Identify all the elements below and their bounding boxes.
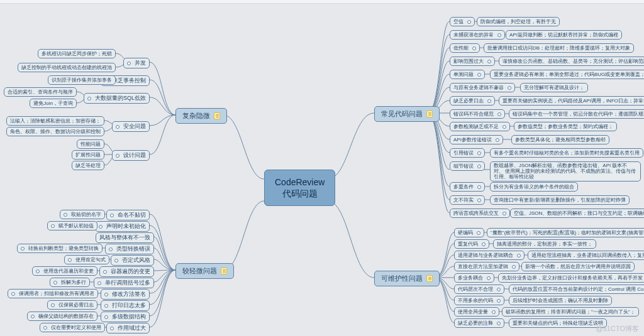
leaf-m10[interactable]: 仅在需要时定义和使用	[40, 323, 105, 332]
label: 安全问题	[123, 122, 146, 131]
common-r15a[interactable]: 跨语言或跨系统交互	[450, 209, 510, 218]
label: 不用多余的代码	[458, 297, 493, 304]
leaf-d3[interactable]: 缺乏等处理	[72, 161, 104, 170]
label: 命名不贴切	[118, 211, 146, 219]
dot-icon	[11, 292, 15, 296]
sub-style[interactable]: 风格与整体有不一致	[96, 232, 154, 243]
label: 合适的索引、查询条件与顺序	[8, 89, 73, 95]
cat-common[interactable]: 常见代码问题	[374, 106, 440, 122]
sub-scope[interactable]: 作用域过大	[106, 323, 150, 333]
common-r11a[interactable]: 引用错误	[450, 148, 485, 158]
common-r6a[interactable]: 与原有业务逻辑不兼容	[450, 83, 515, 92]
leaf-c1[interactable]: 多线程访问缺乏同步保护；死锁	[38, 49, 116, 58]
leaf-m7[interactable]: 保调用者；扫描和修改所有调用者	[8, 289, 98, 298]
maint-v7b[interactable]: 后续维护时会造成困惑；确认不用及时删除	[509, 296, 612, 305]
common-r8b[interactable]: 错误码集中在一个类管理，切忌分散在代码中；遵循团队规范	[509, 109, 644, 119]
label: 直接在原方法里加逻辑	[458, 263, 508, 270]
cat-minor[interactable]: 较轻微问题	[175, 263, 234, 279]
common-r3b[interactable]: 批量调用接口或访问DB；处理超时；降维多重循环；复用大对象	[484, 43, 634, 53]
common-r13a[interactable]: 多重条件	[450, 182, 485, 192]
note-icon	[426, 111, 433, 117]
common-r2a[interactable]: 未捕获潜在的异常	[450, 30, 505, 40]
common-r13b[interactable]: 拆分为有业务语义的单个条件的组合	[490, 182, 578, 192]
maint-v9b[interactable]: 重要和关键点的代码；特殊处理缺乏说明	[509, 318, 607, 328]
common-r1b[interactable]: 防御式编程，判空处理，有胜于无	[477, 17, 560, 26]
common-r5b[interactable]: 重要业务逻辑必有单测；单测全部通过；代码BUG或变更单测覆盖；增加异常单测	[490, 70, 644, 79]
common-r14b[interactable]: 查询接口中有更新/新增甚至删除操作，引发故障的定时炸弹	[490, 195, 630, 205]
common-r3a[interactable]: 低性能	[450, 43, 480, 53]
leaf-m1[interactable]: 取贴切的名字	[60, 210, 105, 219]
common-r10b[interactable]: 参数类型具体化；避免相同类型参数相邻	[511, 135, 609, 144]
maint-v3a[interactable]: 通用逻辑与业务逻辑耦合	[454, 251, 525, 260]
common-r12a[interactable]: 细节错误	[450, 161, 485, 171]
sub-typecv[interactable]: 类型转换错误	[105, 244, 154, 254]
maint-v1b[interactable]: "魔数"(枚举替代)；写死的配置(配置项)；临时加的逻辑和文案(抽离管理)	[487, 228, 644, 237]
sub-line[interactable]: 单行调用括号过多	[94, 278, 154, 288]
common-r6b[interactable]: 充分理解可有逻辑及设计；	[520, 83, 588, 92]
common-r5a[interactable]: 单测问题	[450, 70, 485, 79]
center-node[interactable]: CodeReview 代码问题	[264, 170, 335, 206]
maint-v1a[interactable]: 硬编码	[454, 228, 484, 237]
sub-dup[interactable]: 多级数据结构	[101, 312, 150, 322]
leaf-d1[interactable]: 性能问题	[77, 139, 104, 149]
maint-v2b[interactable]: 抽离通用的部分，定制差异；事实一致性；	[493, 239, 596, 249]
common-r4a[interactable]: 影响范围过大	[450, 57, 495, 66]
sub-design[interactable]: 设计问题	[112, 150, 150, 161]
leaf-d2[interactable]: 扩展性问题	[72, 150, 104, 160]
cat-maintain[interactable]: 可维护性问题	[374, 271, 440, 286]
sub-init[interactable]: 声明时未初始化	[95, 221, 150, 232]
leaf-sf1[interactable]: 法输入；清除敏感私密信息；加密存储；	[6, 116, 104, 126]
sub-concurrency[interactable]: 并发	[123, 58, 150, 68]
maint-v9a[interactable]: 缺乏必要的注释	[454, 318, 504, 328]
label: 防御式编程，判空处理，有胜于无	[480, 18, 556, 25]
common-r9a[interactable]: 参数检测缺乏或不足	[450, 122, 510, 131]
leaf-c2[interactable]: 缺乏控制的手动线程或动态创建的线程池	[18, 63, 116, 72]
sub-safety[interactable]: 安全问题	[112, 121, 150, 132]
leaf-m9[interactable]: 确保父级结构的数据存在	[27, 312, 97, 321]
common-r1a[interactable]: 空值	[450, 17, 475, 26]
leaf-m5[interactable]: 使用迭代器遍历和变更	[32, 266, 97, 276]
leaf-sf2[interactable]: 角色、权限、操作、数据访问分级和控制	[6, 127, 104, 136]
common-r2b[interactable]: API返回做判断；切忌默默吞掉异常；防御式编程	[506, 30, 622, 40]
sub-sig[interactable]: 修改方法签名	[101, 289, 150, 300]
common-r7a[interactable]: 缺乏必要日志	[450, 96, 495, 106]
common-r7b[interactable]: 重要而关键的实例状态，代码路径及API调用，INFO日志；异常捕获并Error日	[499, 96, 644, 106]
label: 跨语言或跨系统交互	[453, 210, 499, 217]
common-r12b[interactable]: 数组越界、JSON解析出错、函数参数传递出错、API 版本不对、 使用网上搜到的…	[490, 161, 641, 182]
leaf-m6[interactable]: 拆解为多行	[50, 278, 90, 287]
common-r14a[interactable]: 文不符实	[450, 195, 485, 205]
maint-v6a[interactable]: 代码层次不合理	[454, 285, 504, 294]
common-r10a[interactable]: API参数传递错误	[450, 135, 503, 144]
sub-neg[interactable]: 否定式风格	[111, 255, 154, 266]
maint-v5a[interactable]: 多业务耦合	[454, 273, 494, 283]
maint-v8a[interactable]: 使用全局变量	[454, 307, 499, 317]
sub-sql[interactable]: 大数据量的SQL低效	[84, 93, 150, 104]
leaf-m2[interactable]: 赋予默认初始值	[47, 221, 97, 230]
leaf-m8[interactable]: 仅保留必需日志	[47, 300, 97, 310]
sub-iter[interactable]: 容器遍历的变更	[99, 266, 154, 277]
sub-naming[interactable]: 命名不贴切	[106, 210, 150, 220]
cat-complex[interactable]: 复杂隐微	[175, 108, 227, 124]
maint-v4b[interactable]: 新增一个函数，然后在原方法中调用并说明原因	[521, 262, 635, 271]
maint-v7a[interactable]: 不用多余的代码	[454, 296, 504, 305]
maint-v4a[interactable]: 直接在原方法里加逻辑	[454, 262, 519, 271]
maint-v8b[interactable]: 破坏函数的复用性；排查和调试问题；"一夜之间白了头"；	[502, 307, 639, 317]
note-icon	[221, 268, 227, 274]
maint-v5b[interactable]: 先划分业务边界，定义好接口设计和服务依赖关系，再着手开发	[498, 273, 644, 283]
leaf-m4[interactable]: 使用肯定句式	[64, 255, 109, 264]
sub-log[interactable]: 打印日志太多	[101, 300, 150, 311]
label: 扩展性问题	[75, 151, 101, 158]
common-r4b[interactable]: 谨慎修改公共函数、基础函数、基类等；充分测试；评估影响范围	[499, 57, 644, 66]
common-r15b[interactable]: 空值、JSON、数组的不同解析；接口与交互约定；联调确认	[510, 209, 644, 218]
leaf-m3[interactable]: 转换前判断类型；避免类型转换	[17, 244, 103, 253]
maint-v2a[interactable]: 重复代码	[454, 239, 489, 249]
maint-v3b[interactable]: 通用处理流程抽离，业务逻辑以回调函数传入；复用而非混杂	[528, 251, 644, 260]
leaf-tr1[interactable]: 识别原子操作集并添加事务	[48, 75, 116, 85]
maint-v6b[interactable]: 代码的放置位置不符合当前架构设计约定；Control 调用 Control；	[509, 285, 644, 294]
common-r8a[interactable]: 错误码不符合规范	[450, 109, 505, 119]
common-r9b[interactable]: 参数值类型；参数业务类型；契约式编程；	[514, 122, 617, 131]
watermark: @51CTO博客	[596, 324, 639, 333]
leaf-sql1[interactable]: 合适的索引、查询条件与顺序	[4, 87, 77, 97]
leaf-sql2[interactable]: 避免Join，子查询	[30, 99, 77, 108]
common-r11b[interactable]: 有多个重名类时仔细核对类的全名；添加新类时先搜索重名类引用	[490, 148, 643, 158]
